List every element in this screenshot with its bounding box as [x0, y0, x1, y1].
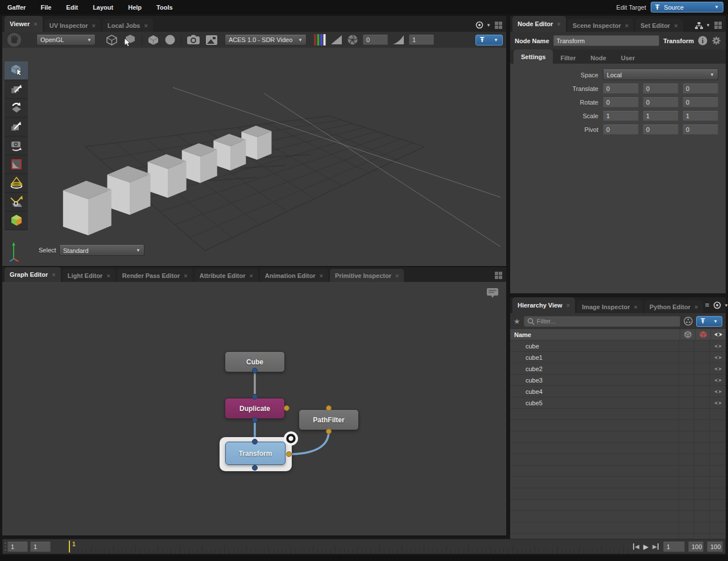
row-cube1[interactable]: cube1 — [510, 352, 726, 363]
close-icon[interactable]: × — [634, 304, 637, 310]
subtab-filter[interactable]: Filter — [553, 52, 583, 64]
menu-tools[interactable]: Tools — [149, 4, 180, 11]
scale-z-field[interactable]: 1 — [682, 111, 718, 121]
menu-file[interactable]: File — [33, 4, 59, 11]
space-dropdown[interactable]: Local ▼ — [603, 69, 718, 80]
close-icon[interactable]: × — [34, 20, 37, 27]
channels-rgb-icon[interactable] — [313, 34, 326, 46]
exclusions-column-header[interactable] — [695, 329, 710, 340]
close-icon[interactable]: × — [319, 272, 322, 279]
tab-primitive-inspector[interactable]: Primitive Inspector × — [330, 269, 404, 282]
row-cube2[interactable]: cube2 — [510, 363, 726, 375]
skip-start-icon[interactable]: ◀ — [633, 543, 639, 550]
tab-python-editor[interactable]: Python Editor × — [644, 300, 704, 313]
layout-grid-icon[interactable] — [494, 271, 503, 280]
pan-hand-button[interactable] — [7, 32, 22, 47]
row-cube3[interactable]: cube3 — [510, 375, 726, 386]
display-transform-dropdown[interactable]: ACES 1.0 - SDR Video ▼ — [225, 35, 307, 45]
inclusions-column-header[interactable] — [680, 329, 695, 340]
crop-window-tool-button[interactable] — [5, 155, 28, 174]
row-cube[interactable]: cube — [510, 340, 726, 352]
pivot-y-field[interactable]: 0 — [643, 124, 679, 135]
rotate-tool-button[interactable] — [5, 99, 28, 118]
info-icon[interactable]: i — [698, 36, 708, 45]
row-cube5[interactable]: cube5 — [510, 397, 726, 409]
skip-end-icon[interactable]: ▶ — [652, 543, 659, 550]
gear-icon[interactable] — [712, 36, 721, 45]
light-position-tool-button[interactable] — [5, 193, 28, 211]
exposure-field[interactable]: 0 — [363, 35, 388, 45]
layout-grid-icon[interactable] — [714, 21, 722, 30]
hierarchy-pin-dropdown[interactable]: Ŧ ▼ — [696, 316, 722, 327]
camera-tool-button[interactable] — [5, 136, 28, 155]
renderer-dropdown[interactable]: OpenGL ▼ — [36, 35, 96, 45]
viewport-cube[interactable] — [148, 154, 187, 198]
connector-cube-out[interactable] — [252, 368, 258, 373]
connector-transform-in[interactable] — [252, 439, 258, 444]
tab-scene-inspector[interactable]: Scene Inspector × — [568, 19, 634, 32]
subtab-settings[interactable]: Settings — [514, 49, 553, 64]
focus-ring-icon[interactable] — [283, 431, 299, 446]
camera-icon[interactable] — [187, 34, 200, 45]
visibility-toggle[interactable] — [710, 363, 726, 375]
edit-target-dropdown[interactable]: Ŧ Source ▼ — [651, 2, 723, 13]
timeline-increment-field[interactable]: 1 — [30, 542, 51, 552]
close-icon[interactable]: × — [557, 20, 560, 27]
visibility-column-header[interactable] — [710, 329, 726, 340]
select-mode-dropdown[interactable]: Standard ▼ — [59, 245, 144, 256]
pivot-x-field[interactable]: 0 — [603, 124, 639, 135]
connector-pathfilter-in[interactable] — [326, 405, 332, 411]
tab-viewer[interactable]: Viewer × — [5, 16, 43, 32]
translate-z-field[interactable]: 0 — [682, 84, 718, 94]
rotate-x-field[interactable]: 0 — [603, 97, 639, 107]
close-icon[interactable]: × — [395, 272, 399, 279]
search-scope-icon[interactable] — [684, 317, 693, 326]
gamma-icon[interactable] — [392, 35, 404, 45]
close-icon[interactable]: × — [625, 22, 628, 29]
tab-render-pass-editor[interactable]: Render Pass Editor × — [117, 269, 193, 282]
connector-pathfilter-out[interactable] — [326, 429, 332, 434]
scene-view-tool-button[interactable] — [5, 211, 28, 230]
menu-edit[interactable]: Edit — [59, 4, 85, 11]
timeline-drag-handle[interactable] — [3, 539, 7, 554]
viewport-cube[interactable] — [107, 166, 150, 215]
close-icon[interactable]: × — [249, 272, 253, 279]
select-tool-button[interactable] — [5, 61, 28, 80]
close-icon[interactable]: × — [92, 22, 96, 29]
visibility-toggle[interactable] — [710, 397, 726, 409]
row-cube4[interactable]: cube4 — [510, 386, 726, 397]
graph-canvas[interactable]: Cube Duplicate PathFilter Transform — [2, 282, 506, 535]
menu-gaffer[interactable]: Gaffer — [0, 4, 33, 11]
timeline-playhead[interactable] — [69, 541, 70, 552]
filter-search-box[interactable] — [524, 316, 680, 327]
pivot-z-field[interactable]: 0 — [682, 124, 718, 135]
scale-x-field[interactable]: 1 — [603, 111, 639, 121]
tab-animation-editor[interactable]: Animation Editor × — [260, 269, 328, 282]
visibility-toggle[interactable] — [710, 386, 726, 397]
connector-transform-filter[interactable] — [286, 451, 292, 457]
close-icon[interactable]: × — [674, 22, 677, 29]
close-icon[interactable]: × — [106, 272, 110, 279]
visibility-toggle[interactable] — [710, 340, 726, 352]
subtab-node[interactable]: Node — [583, 52, 614, 64]
filter-input[interactable] — [537, 318, 677, 325]
exposure-aperture-icon[interactable] — [347, 34, 358, 45]
node-pathfilter[interactable]: PathFilter — [299, 409, 359, 430]
rotate-y-field[interactable]: 0 — [643, 97, 679, 107]
timeline-ruler[interactable]: 1 — [69, 539, 628, 554]
translate-y-field[interactable]: 0 — [643, 84, 679, 94]
image-catalogue-icon[interactable] — [205, 35, 218, 45]
menu-help[interactable]: Help — [121, 4, 149, 11]
timeline-start-field[interactable]: 1 — [7, 542, 28, 552]
connector-transform-out[interactable] — [252, 465, 258, 471]
light-tool-button[interactable] — [5, 174, 28, 193]
menu-icon[interactable]: ≡ — [705, 302, 709, 308]
layout-grid-icon[interactable] — [494, 21, 503, 30]
scale-tool-button[interactable] — [5, 118, 28, 136]
sphere-icon[interactable] — [164, 34, 176, 45]
tab-graph-editor[interactable]: Graph Editor × — [5, 267, 61, 282]
solid-cube-icon[interactable] — [147, 34, 159, 46]
end-frame-field[interactable]: 100 — [688, 542, 704, 552]
ramp-icon[interactable] — [330, 35, 342, 45]
playback-end-field[interactable]: 100 — [707, 542, 723, 552]
